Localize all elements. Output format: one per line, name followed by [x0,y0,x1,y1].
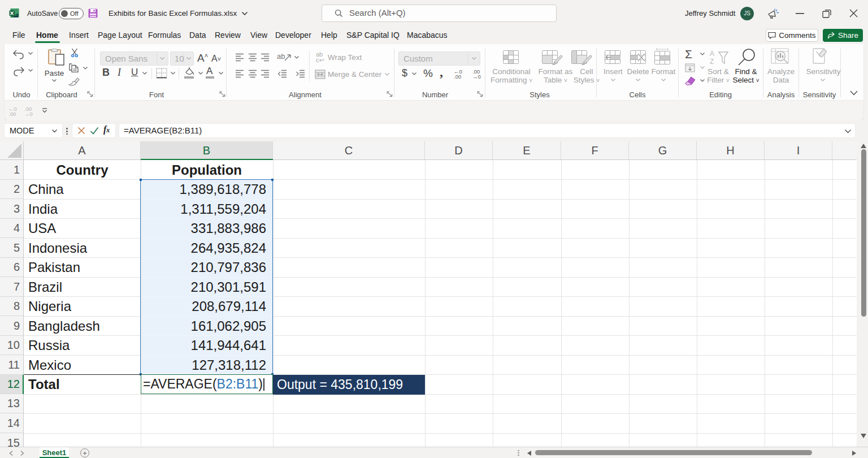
svg-text:Z: Z [710,58,714,66]
svg-text:A: A [710,50,714,58]
